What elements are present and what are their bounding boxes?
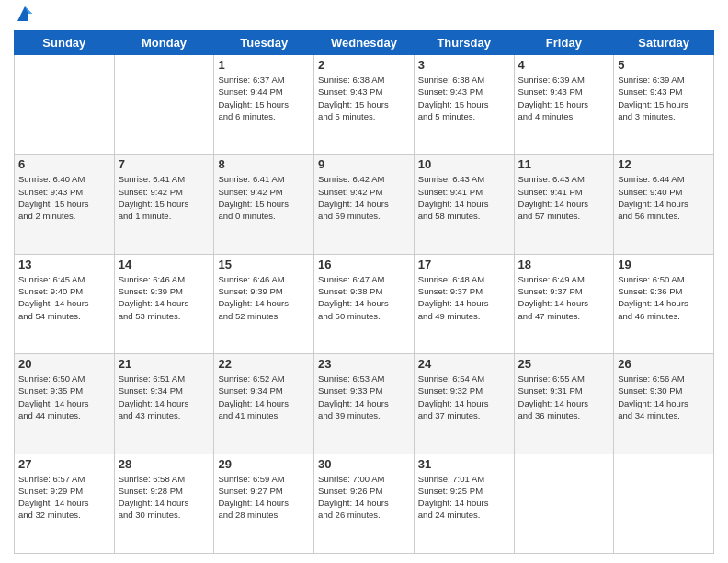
weekday-header-row: SundayMondayTuesdayWednesdayThursdayFrid…: [15, 31, 714, 55]
day-number: 15: [218, 258, 310, 271]
day-number: 22: [218, 357, 310, 371]
day-number: 26: [618, 357, 710, 371]
day-info: Sunrise: 6:53 AM Sunset: 9:33 PM Dayligh…: [318, 373, 410, 421]
day-info: Sunrise: 6:51 AM Sunset: 9:34 PM Dayligh…: [119, 373, 210, 421]
day-info: Sunrise: 6:42 AM Sunset: 9:42 PM Dayligh…: [318, 173, 410, 222]
calendar-table: SundayMondayTuesdayWednesdayThursdayFrid…: [14, 30, 714, 554]
calendar-cell: 9Sunrise: 6:42 AM Sunset: 9:42 PM Daylig…: [314, 155, 415, 254]
day-info: Sunrise: 6:41 AM Sunset: 9:42 PM Dayligh…: [119, 173, 210, 222]
day-number: 8: [218, 157, 310, 171]
calendar-cell: 20Sunrise: 6:50 AM Sunset: 9:35 PM Dayli…: [15, 354, 115, 454]
day-info: Sunrise: 6:54 AM Sunset: 9:32 PM Dayligh…: [418, 373, 510, 421]
day-number: 24: [418, 357, 510, 371]
day-info: Sunrise: 6:38 AM Sunset: 9:43 PM Dayligh…: [318, 74, 410, 122]
day-number: 9: [318, 157, 410, 171]
day-info: Sunrise: 7:01 AM Sunset: 9:25 PM Dayligh…: [418, 473, 510, 522]
calendar-cell: [614, 454, 714, 553]
calendar-cell: 31Sunrise: 7:01 AM Sunset: 9:25 PM Dayli…: [414, 454, 514, 553]
weekday-header: Monday: [114, 31, 214, 55]
calendar-cell: 18Sunrise: 6:49 AM Sunset: 9:37 PM Dayli…: [514, 254, 614, 353]
calendar-cell: 13Sunrise: 6:45 AM Sunset: 9:40 PM Dayli…: [15, 254, 115, 353]
day-info: Sunrise: 6:55 AM Sunset: 9:31 PM Dayligh…: [518, 373, 610, 421]
calendar-cell: 25Sunrise: 6:55 AM Sunset: 9:31 PM Dayli…: [514, 354, 614, 454]
day-number: 17: [418, 258, 510, 271]
day-info: Sunrise: 6:46 AM Sunset: 9:39 PM Dayligh…: [119, 273, 210, 322]
day-number: 20: [18, 357, 110, 371]
calendar-cell: 16Sunrise: 6:47 AM Sunset: 9:38 PM Dayli…: [314, 254, 415, 353]
day-info: Sunrise: 6:49 AM Sunset: 9:37 PM Dayligh…: [518, 273, 610, 322]
calendar-cell: 23Sunrise: 6:53 AM Sunset: 9:33 PM Dayli…: [314, 354, 415, 454]
day-number: 14: [119, 258, 210, 271]
day-number: 29: [218, 457, 310, 471]
day-info: Sunrise: 6:47 AM Sunset: 9:38 PM Dayligh…: [318, 273, 410, 322]
day-number: 12: [618, 157, 710, 171]
day-info: Sunrise: 6:44 AM Sunset: 9:40 PM Dayligh…: [618, 173, 710, 222]
day-info: Sunrise: 6:39 AM Sunset: 9:43 PM Dayligh…: [618, 74, 710, 122]
calendar-cell: 15Sunrise: 6:46 AM Sunset: 9:39 PM Dayli…: [214, 254, 314, 353]
calendar-cell: 11Sunrise: 6:43 AM Sunset: 9:41 PM Dayli…: [514, 155, 614, 254]
weekday-header: Friday: [514, 31, 614, 55]
day-number: 31: [418, 457, 510, 471]
calendar-cell: 27Sunrise: 6:57 AM Sunset: 9:29 PM Dayli…: [15, 454, 115, 553]
calendar-cell: 19Sunrise: 6:50 AM Sunset: 9:36 PM Dayli…: [614, 254, 714, 353]
calendar-cell: 30Sunrise: 7:00 AM Sunset: 9:26 PM Dayli…: [314, 454, 415, 553]
calendar-cell: 6Sunrise: 6:40 AM Sunset: 9:43 PM Daylig…: [15, 155, 115, 254]
calendar-cell: 26Sunrise: 6:56 AM Sunset: 9:30 PM Dayli…: [614, 354, 714, 454]
day-info: Sunrise: 6:50 AM Sunset: 9:36 PM Dayligh…: [618, 273, 710, 322]
calendar-cell: 4Sunrise: 6:39 AM Sunset: 9:43 PM Daylig…: [514, 55, 614, 155]
calendar-week-row: 1Sunrise: 6:37 AM Sunset: 9:44 PM Daylig…: [15, 55, 714, 155]
calendar-cell: 5Sunrise: 6:39 AM Sunset: 9:43 PM Daylig…: [614, 55, 714, 155]
calendar-cell: [514, 454, 614, 553]
calendar-cell: 7Sunrise: 6:41 AM Sunset: 9:42 PM Daylig…: [114, 155, 214, 254]
day-info: Sunrise: 6:40 AM Sunset: 9:43 PM Dayligh…: [18, 173, 110, 222]
day-number: 10: [418, 157, 510, 171]
day-info: Sunrise: 6:37 AM Sunset: 9:44 PM Dayligh…: [218, 74, 310, 122]
calendar-cell: 2Sunrise: 6:38 AM Sunset: 9:43 PM Daylig…: [314, 55, 415, 155]
day-number: 4: [518, 58, 610, 72]
calendar-week-row: 13Sunrise: 6:45 AM Sunset: 9:40 PM Dayli…: [15, 254, 714, 353]
day-info: Sunrise: 6:57 AM Sunset: 9:29 PM Dayligh…: [18, 473, 110, 522]
day-info: Sunrise: 6:43 AM Sunset: 9:41 PM Dayligh…: [518, 173, 610, 222]
day-number: 3: [418, 58, 510, 72]
weekday-header: Wednesday: [314, 31, 415, 55]
day-number: 30: [318, 457, 410, 471]
day-info: Sunrise: 6:59 AM Sunset: 9:27 PM Dayligh…: [218, 473, 310, 522]
weekday-header: Tuesday: [214, 31, 314, 55]
day-number: 6: [18, 157, 110, 171]
calendar-cell: 1Sunrise: 6:37 AM Sunset: 9:44 PM Daylig…: [214, 55, 314, 155]
calendar-cell: 12Sunrise: 6:44 AM Sunset: 9:40 PM Dayli…: [614, 155, 714, 254]
day-info: Sunrise: 6:45 AM Sunset: 9:40 PM Dayligh…: [18, 273, 110, 322]
logo-icon: [16, 5, 34, 23]
calendar-week-row: 20Sunrise: 6:50 AM Sunset: 9:35 PM Dayli…: [15, 354, 714, 454]
day-number: 11: [518, 157, 610, 171]
day-number: 7: [119, 157, 210, 171]
day-number: 27: [18, 457, 110, 471]
day-number: 18: [518, 258, 610, 271]
page: SundayMondayTuesdayWednesdayThursdayFrid…: [0, 0, 728, 563]
weekday-header: Sunday: [15, 31, 115, 55]
day-number: 19: [618, 258, 710, 271]
day-number: 21: [119, 357, 210, 371]
day-number: 16: [318, 258, 410, 271]
day-number: 2: [318, 58, 410, 72]
day-number: 23: [318, 357, 410, 371]
day-info: Sunrise: 6:38 AM Sunset: 9:43 PM Dayligh…: [418, 74, 510, 122]
day-info: Sunrise: 6:39 AM Sunset: 9:43 PM Dayligh…: [518, 74, 610, 122]
day-info: Sunrise: 6:52 AM Sunset: 9:34 PM Dayligh…: [218, 373, 310, 421]
calendar-cell: 28Sunrise: 6:58 AM Sunset: 9:28 PM Dayli…: [114, 454, 214, 553]
calendar-cell: 14Sunrise: 6:46 AM Sunset: 9:39 PM Dayli…: [114, 254, 214, 353]
day-number: 5: [618, 58, 710, 72]
day-info: Sunrise: 6:43 AM Sunset: 9:41 PM Dayligh…: [418, 173, 510, 222]
day-info: Sunrise: 6:46 AM Sunset: 9:39 PM Dayligh…: [218, 273, 310, 322]
header: [14, 9, 714, 23]
weekday-header: Saturday: [614, 31, 714, 55]
calendar-cell: 10Sunrise: 6:43 AM Sunset: 9:41 PM Dayli…: [414, 155, 514, 254]
day-info: Sunrise: 6:56 AM Sunset: 9:30 PM Dayligh…: [618, 373, 710, 421]
day-number: 25: [518, 357, 610, 371]
calendar-cell: 3Sunrise: 6:38 AM Sunset: 9:43 PM Daylig…: [414, 55, 514, 155]
day-info: Sunrise: 7:00 AM Sunset: 9:26 PM Dayligh…: [318, 473, 410, 522]
calendar-cell: 29Sunrise: 6:59 AM Sunset: 9:27 PM Dayli…: [214, 454, 314, 553]
calendar-cell: 8Sunrise: 6:41 AM Sunset: 9:42 PM Daylig…: [214, 155, 314, 254]
day-number: 28: [119, 457, 210, 471]
calendar-cell: 22Sunrise: 6:52 AM Sunset: 9:34 PM Dayli…: [214, 354, 314, 454]
